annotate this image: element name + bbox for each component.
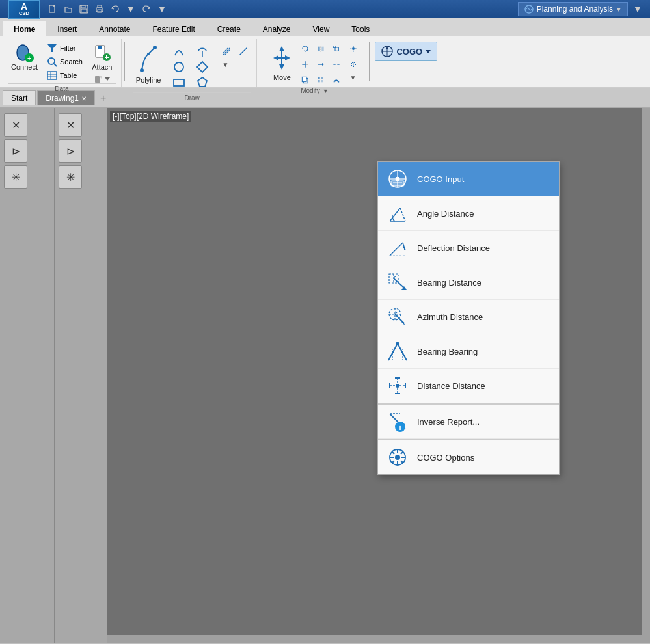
stretch-btn[interactable] bbox=[346, 57, 360, 72]
app-button[interactable]: A C3D bbox=[8, 0, 40, 19]
tab-view[interactable]: View bbox=[302, 21, 341, 36]
menu-label-deflection-distance: Deflection Distance bbox=[417, 243, 490, 253]
tab-annotate[interactable]: Annotate bbox=[88, 21, 141, 36]
attach-dropdown[interactable] bbox=[94, 74, 111, 83]
menu-item-bearing-distance[interactable]: Bearing Distance bbox=[378, 265, 559, 300]
svg-point-29 bbox=[153, 46, 157, 49]
panel-btn-arrow1[interactable]: ⊳ bbox=[4, 139, 27, 163]
new-button[interactable] bbox=[46, 2, 60, 16]
menu-item-inverse-report[interactable]: i Inverse Report... bbox=[378, 403, 559, 439]
menu-item-bearing-bearing[interactable]: Bearing Bearing bbox=[378, 334, 559, 369]
ribbon-group-draw: Polyline bbox=[128, 39, 258, 87]
menu-item-angle-distance[interactable]: Angle Distance bbox=[378, 196, 559, 231]
svg-line-14 bbox=[54, 64, 57, 66]
redo-dropdown[interactable]: ▼ bbox=[155, 2, 169, 16]
title-bar: A C3D ▼ ▼ Planning and Analysis ▼ bbox=[0, 0, 650, 18]
tab-drawing1[interactable]: Drawing1 ✕ bbox=[37, 90, 95, 105]
tab-create[interactable]: Create bbox=[206, 21, 252, 36]
open-button[interactable] bbox=[61, 2, 75, 16]
menu-label-inverse-report: Inverse Report... bbox=[417, 417, 480, 427]
menu-item-distance-distance[interactable]: Distance Distance bbox=[378, 369, 559, 403]
line-btn[interactable] bbox=[236, 44, 251, 59]
arc-btn2[interactable] bbox=[193, 44, 213, 59]
scroll-y[interactable] bbox=[642, 108, 650, 635]
svg-line-122 bbox=[392, 461, 395, 463]
poly-btn[interactable] bbox=[193, 75, 213, 90]
array-btn[interactable] bbox=[314, 73, 328, 87]
svg-point-27 bbox=[140, 68, 144, 72]
polyline-button[interactable]: Polyline bbox=[133, 42, 165, 86]
undo-dropdown[interactable]: ▼ bbox=[124, 2, 138, 16]
copy-btn[interactable] bbox=[298, 73, 312, 87]
panel-btn-x2[interactable]: ✕ bbox=[59, 113, 82, 137]
print-button[interactable] bbox=[92, 2, 107, 16]
left-panel-col2: ✕ ⊳ ✳ bbox=[55, 108, 107, 643]
scroll-x[interactable] bbox=[107, 635, 650, 643]
angle-distance-icon bbox=[386, 202, 409, 225]
search-button[interactable]: Search bbox=[44, 55, 86, 68]
menu-label-azimuth-distance: Azimuth Distance bbox=[417, 312, 483, 322]
offset-btn[interactable] bbox=[329, 73, 344, 87]
modify-more-btn[interactable]: ▼ bbox=[346, 73, 360, 83]
arc-button[interactable] bbox=[169, 44, 190, 59]
break-btn[interactable] bbox=[329, 57, 344, 72]
view-label: [-][Top][2D Wireframe] bbox=[110, 111, 191, 122]
modify-label-btn[interactable]: Modify ▼ bbox=[301, 87, 328, 96]
svg-rect-61 bbox=[321, 77, 323, 79]
scale-btn[interactable] bbox=[329, 42, 344, 56]
trim-btn[interactable] bbox=[298, 57, 312, 72]
diamond-btn[interactable] bbox=[193, 60, 213, 74]
tab-insert[interactable]: Insert bbox=[46, 21, 88, 36]
panel-btn-star1[interactable]: ✳ bbox=[4, 165, 27, 189]
cogo-area: COGO bbox=[372, 39, 440, 87]
svg-marker-39 bbox=[279, 46, 284, 51]
extend-btn[interactable] bbox=[314, 57, 328, 72]
mirror-btn[interactable] bbox=[314, 42, 328, 56]
svg-line-120 bbox=[401, 461, 403, 463]
workspace-dropdown[interactable]: Planning and Analysis ▼ bbox=[518, 2, 628, 16]
tab-feature-edit[interactable]: Feature Edit bbox=[141, 21, 206, 36]
azimuth-distance-icon bbox=[386, 305, 409, 329]
svg-marker-26 bbox=[105, 77, 110, 81]
connect-button[interactable]: + Connect bbox=[8, 40, 41, 73]
svg-point-99 bbox=[396, 342, 399, 345]
data-small-buttons: Filter Search Table bbox=[44, 40, 86, 82]
rect-btn[interactable] bbox=[169, 75, 190, 90]
draw-dropdown-btn[interactable]: ▼ bbox=[219, 60, 251, 70]
attach-button[interactable]: Attach bbox=[88, 40, 116, 73]
panel-btn-arrow2[interactable]: ⊳ bbox=[59, 139, 82, 163]
tab-home[interactable]: Home bbox=[3, 21, 46, 36]
menu-item-azimuth-distance[interactable]: Azimuth Distance bbox=[378, 300, 559, 334]
tab-close-button[interactable]: ✕ bbox=[81, 95, 87, 102]
rotate-btn[interactable] bbox=[298, 42, 312, 56]
save-button[interactable] bbox=[77, 2, 91, 16]
filter-button[interactable]: Filter bbox=[44, 42, 86, 55]
tab-start[interactable]: Start bbox=[3, 90, 36, 105]
tab-analyze[interactable]: Analyze bbox=[252, 21, 302, 36]
svg-rect-20 bbox=[98, 46, 102, 49]
workspace-expand-button[interactable]: ▼ bbox=[630, 2, 645, 16]
hatch-btn[interactable] bbox=[219, 44, 234, 59]
add-tab-button[interactable]: + bbox=[96, 92, 110, 104]
move-button[interactable]: Move bbox=[268, 40, 295, 83]
panel-btn-x1[interactable]: ✕ bbox=[4, 113, 27, 137]
panel-btn-star2[interactable]: ✳ bbox=[59, 165, 82, 189]
undo-button[interactable] bbox=[108, 2, 122, 16]
table-button[interactable]: Table bbox=[44, 69, 86, 82]
svg-rect-80 bbox=[391, 181, 404, 186]
menu-label-cogo-options: COGO Options bbox=[417, 453, 474, 463]
svg-marker-45 bbox=[304, 50, 306, 51]
explode-btn[interactable] bbox=[346, 42, 360, 56]
circle-btn[interactable] bbox=[169, 60, 190, 74]
svg-point-28 bbox=[147, 53, 150, 55]
menu-item-deflection-distance[interactable]: Deflection Distance bbox=[378, 231, 559, 265]
redo-button[interactable] bbox=[139, 2, 154, 16]
cogo-options-icon bbox=[386, 446, 409, 469]
tab-tools[interactable]: Tools bbox=[340, 21, 381, 36]
svg-rect-62 bbox=[318, 80, 320, 82]
left-panel-col1: ✕ ⊳ ✳ bbox=[0, 108, 55, 643]
menu-item-cogo-input[interactable]: COGO Input bbox=[378, 162, 559, 196]
svg-rect-5 bbox=[98, 5, 102, 8]
menu-item-cogo-options[interactable]: COGO Options bbox=[378, 439, 559, 474]
cogo-button[interactable]: COGO bbox=[375, 42, 437, 61]
